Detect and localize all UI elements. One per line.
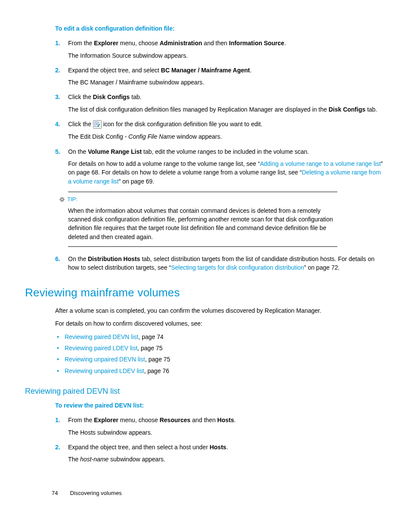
list-item: Reviewing paired DEVN list, page 74 <box>55 333 384 341</box>
step-4: 4. Click the icon for the disk configura… <box>55 120 384 141</box>
paragraph: After a volume scan is completed, you ca… <box>55 306 384 315</box>
step-result: The Information Source subwindow appears… <box>68 51 384 60</box>
paragraph: For details on how to confirm discovered… <box>55 319 384 328</box>
heading-reviewing-mainframe-volumes: Reviewing mainframe volumes <box>25 285 384 301</box>
svg-line-11 <box>60 201 61 201</box>
procedure-heading-edit-disk-config: To edit a disk configuration definition … <box>55 24 384 33</box>
tip-label-row: TIP: <box>68 196 337 204</box>
procedure-steps-edit-disk-config: 1. From the Explorer menu, choose Admini… <box>25 39 384 272</box>
step-result: The list of disk configuration definitio… <box>68 105 384 114</box>
heading-reviewing-paired-devn-list: Reviewing paired DEVN list <box>25 386 384 397</box>
step-number: 2. <box>55 66 60 75</box>
page-footer: 74 Discovering volumes <box>52 489 121 498</box>
svg-point-4 <box>61 198 63 201</box>
list-item: Reviewing paired LDEV list, page 75 <box>55 344 384 352</box>
step-number: 6. <box>55 255 60 263</box>
step-text: Click the icon for the disk configuratio… <box>68 120 384 129</box>
procedure-steps-review-devn: 1. From the Explorer menu, choose Resour… <box>25 416 384 464</box>
step-2: 2. Expand the object tree, and select BC… <box>55 66 384 87</box>
link-selecting-targets[interactable]: Selecting targets for disk configuration… <box>171 264 304 271</box>
step-result: The BC Manager / Mainframe subwindow app… <box>68 78 384 87</box>
edit-icon <box>93 120 102 129</box>
step-text: From the Explorer menu, choose Resources… <box>68 416 384 424</box>
svg-line-10 <box>63 201 64 201</box>
step-1: 1. From the Explorer menu, choose Resour… <box>55 416 384 437</box>
step-number: 2. <box>55 443 60 451</box>
step-number: 1. <box>55 416 60 424</box>
step-number: 4. <box>55 120 60 128</box>
procedure-heading-review-devn: To review the paired DEVN list: <box>55 401 384 410</box>
footer-title: Discovering volumes <box>70 489 121 498</box>
step-text: Expand the object tree, and then select … <box>68 443 384 451</box>
step-text: On the Volume Range List tab, edit the v… <box>68 147 384 156</box>
step-5: 5. On the Volume Range List tab, edit th… <box>55 147 384 247</box>
tip-body: When the information about volumes that … <box>68 206 337 241</box>
link-reviewing-paired-devn[interactable]: Reviewing paired DEVN list <box>65 333 138 340</box>
step-number: 3. <box>55 93 60 101</box>
step-6: 6. On the Distribution Hosts tab, select… <box>55 255 384 272</box>
step-number: 1. <box>55 39 60 47</box>
step-text: Expand the object tree, and select BC Ma… <box>68 66 384 75</box>
step-1: 1. From the Explorer menu, choose Admini… <box>55 39 384 60</box>
step-result: The Hosts subwindow appears. <box>68 428 384 437</box>
page-content: To edit a disk configuration definition … <box>25 24 384 470</box>
tip-label: TIP: <box>67 196 78 204</box>
step-text: Click the Disk Configs tab. <box>68 93 384 101</box>
step-detail: For details on how to add a volume range… <box>68 159 384 186</box>
section2-body: After a volume scan is completed, you ca… <box>55 306 384 328</box>
list-item: Reviewing unpaired LDEV list, page 76 <box>55 367 384 375</box>
link-reviewing-unpaired-ldev[interactable]: Reviewing unpaired LDEV list <box>65 367 144 374</box>
bullet-list: Reviewing paired DEVN list, page 74 Revi… <box>55 333 384 375</box>
svg-line-12 <box>63 198 64 198</box>
step-result: The host-name subwindow appears. <box>68 455 384 464</box>
link-reviewing-unpaired-devn[interactable]: Reviewing unpaired DEVN list <box>65 356 145 363</box>
tip-icon <box>59 196 65 203</box>
link-adding-volume-range[interactable]: Adding a volume range to a volume range … <box>260 160 381 167</box>
step-result: The Edit Disk Config - Config File Name … <box>68 132 384 141</box>
step-2: 2. Expand the object tree, and then sele… <box>55 443 384 464</box>
step-text: From the Explorer menu, choose Administr… <box>68 39 384 47</box>
link-reviewing-paired-ldev[interactable]: Reviewing paired LDEV list <box>65 345 137 352</box>
step-number: 5. <box>55 147 60 156</box>
step-3: 3. Click the Disk Configs tab. The list … <box>55 93 384 114</box>
list-item: Reviewing unpaired DEVN list, page 75 <box>55 355 384 364</box>
tip-box: TIP: When the information about volumes … <box>68 192 337 247</box>
step-text: On the Distribution Hosts tab, select di… <box>68 255 384 272</box>
page-number: 74 <box>52 489 58 498</box>
svg-line-9 <box>60 198 61 198</box>
